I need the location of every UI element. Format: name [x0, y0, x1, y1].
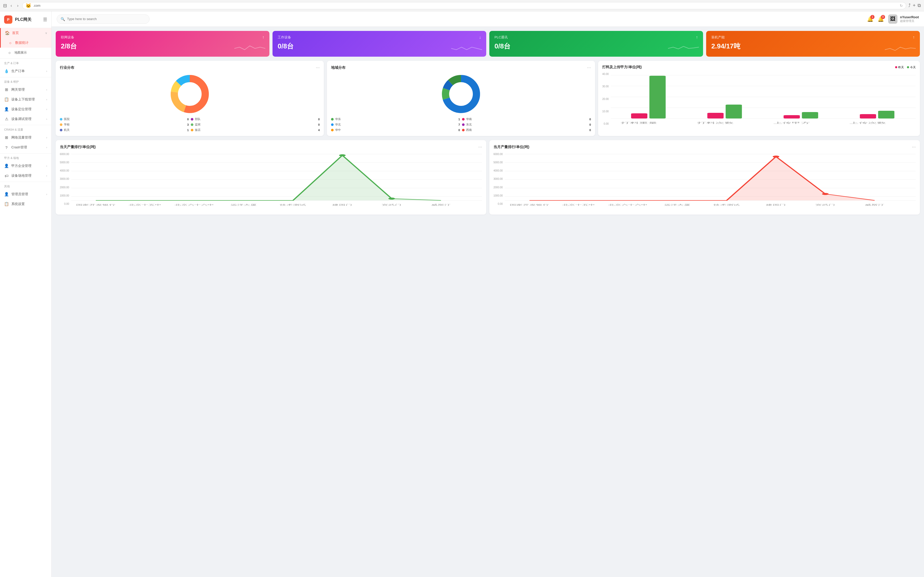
chevron-right-icon-dd: ›	[46, 118, 47, 121]
logo-icon: P	[4, 15, 12, 24]
legend-dot-east	[331, 118, 334, 121]
y-label-0: 0.00	[602, 122, 609, 125]
svg-text:建国门: 建国门	[766, 204, 786, 206]
user-info[interactable]: 🖼 nYuserRoot 超级管理员	[888, 15, 919, 24]
wave-chart-plc	[668, 43, 699, 55]
divider-1	[0, 58, 51, 59]
industry-chart-card: 行业分布 ···	[56, 61, 324, 136]
sidebar-item-device-debug[interactable]: ⚠ 设备调试管理 ›	[0, 114, 51, 124]
grid-icon-2: ⊞	[4, 135, 9, 140]
stat-card-working: 工作设备 ↓ 0/8台	[273, 31, 486, 56]
user-details: nYuserRoot 超级管理员	[900, 15, 919, 23]
legend-hospital: 医院 0	[60, 117, 189, 121]
monthly-chart-header: 当月产量排行/单位(吨) ···	[493, 144, 916, 150]
legend-prison: 监狱 0	[191, 122, 320, 126]
region-more-btn[interactable]: ···	[587, 65, 591, 70]
svg-text:北京六十六中: 北京六十六中	[608, 204, 648, 206]
daily-chart-card: 当天产量排行/单位(吨) ··· 6000.00 5000.00 4000.00…	[56, 140, 486, 214]
sidebar-label-admin: 管理员管理	[11, 192, 44, 197]
sidebar-item-data-stats[interactable]: ○ 数据统计	[0, 38, 51, 48]
bar-chart-card: 打料及上传甲方/单位(吨) 昨天 今天	[598, 61, 920, 136]
legend-dot-govt	[60, 129, 62, 131]
daily-y-5000: 5000.00	[60, 161, 69, 164]
monthly-chart-body: 6000.00 5000.00 4000.00 3000.00 2000.00 …	[493, 153, 916, 210]
copy-icon[interactable]: ⧉	[918, 3, 921, 8]
chevron-right-icon-adm: ›	[46, 193, 47, 196]
svg-text:上传甲方: 上传甲方	[774, 122, 810, 124]
legend-central: 华中 0	[331, 128, 460, 132]
header: 🔍 🔔 1 🔔 8 🖼 nYuserRoot 超级管理员	[52, 11, 924, 27]
sidebar-item-device-location[interactable]: 👤 设备定位管理 ›	[0, 104, 51, 114]
sidebar-item-site[interactable]: 🏷 设备场地管理 ›	[0, 171, 51, 181]
daily-y-6000: 6000.00	[60, 153, 69, 156]
new-tab-icon[interactable]: +	[913, 3, 916, 8]
svg-text:北京十五中: 北京十五中	[129, 204, 162, 206]
notification-badge-2: 8	[881, 15, 885, 19]
sidebar-item-gateway[interactable]: ⊞ 网关管理 ›	[0, 85, 51, 95]
monthly-chart-title: 当月产量排行/单位(吨)	[493, 145, 529, 150]
svg-marker-34	[96, 155, 441, 200]
notification-bell-2[interactable]: 🔔 8	[877, 16, 884, 22]
legend-yesterday: 昨天	[895, 65, 904, 69]
y-label-30: 30.00	[602, 85, 609, 88]
forward-button[interactable]: ›	[16, 2, 20, 9]
svg-text:国家开发银行: 国家开发银行	[510, 204, 549, 206]
sidebar-toggle-browser[interactable]: ⊟	[3, 3, 7, 8]
section-label-equipment: 设备 & 维护	[0, 78, 51, 85]
search-bar-container: 🔍	[57, 15, 150, 24]
sidebar-item-device-online[interactable]: 📋 设备上下线管理 ›	[0, 95, 51, 104]
monthly-more-btn[interactable]: ···	[912, 144, 916, 150]
sidebar-item-production[interactable]: 💧 生产订单 ›	[0, 66, 51, 76]
trend-up-icon-2: ↑	[696, 35, 698, 40]
sidebar-item-home[interactable]: 🏠 首页 ∨	[0, 28, 51, 38]
daily-more-btn[interactable]: ···	[478, 144, 482, 150]
refresh-btn[interactable]: ↻	[900, 3, 903, 8]
industry-more-btn[interactable]: ···	[316, 65, 320, 70]
svg-text:远洋大厦: 远洋大厦	[231, 204, 257, 206]
doc-icon: 📋	[4, 97, 9, 102]
chevron-right-icon-cr: ›	[46, 146, 47, 149]
legend-school: 学校 3	[60, 122, 189, 126]
svg-text:技术测试: 技术测试	[713, 204, 740, 206]
sidebar-item-sys-settings[interactable]: 📋 系统设置	[0, 199, 51, 209]
legend-today: 今天	[907, 65, 916, 69]
notification-bell-1[interactable]: 🔔 1	[867, 16, 874, 22]
industry-donut	[60, 73, 320, 114]
water-icon: 💧	[4, 69, 9, 73]
legend-govt: 机关 1	[60, 128, 189, 132]
legend-dot-school	[60, 123, 62, 126]
sidebar-logo: P PLC网关 ☰	[0, 11, 51, 28]
svg-point-53	[773, 156, 779, 158]
sidebar-label-device-online: 设备上下线管理	[11, 97, 44, 102]
monthly-chart-area: 国家开发银行 北京十五中 北京六十六中 远洋大厦 技术测试 建国门 宣武门 威斯…	[505, 153, 916, 210]
daily-chart-body: 6000.00 5000.00 4000.00 3000.00 2000.00 …	[60, 153, 482, 210]
region-chart-card: 地域分布 ···	[327, 61, 595, 136]
stat-title-plc: PLC通讯 ↑	[494, 35, 698, 40]
question-icon: ?	[4, 145, 9, 150]
share-icon[interactable]: ⤴	[908, 3, 911, 8]
chevron-right-icon-nf: ›	[46, 136, 47, 139]
search-input[interactable]	[67, 17, 146, 21]
svg-rect-20	[802, 112, 818, 118]
main-content: 联网设备 ↑ 2/8台 工作设备 ↓ 0/8台	[52, 27, 924, 577]
sidebar-item-crash[interactable]: ? Crash管理 ›	[0, 142, 51, 152]
sidebar-label-site: 设备场地管理	[11, 173, 44, 178]
url-display: .com	[33, 3, 40, 8]
sidebar-item-network-flow[interactable]: ⊞ 网络流量管理 ›	[0, 133, 51, 142]
hamburger-menu-icon[interactable]: ☰	[43, 17, 47, 23]
sidebar-item-admin[interactable]: 👤 管理员管理 ›	[0, 189, 51, 199]
y-label-20: 20.00	[602, 98, 609, 100]
daily-chart-area: 国家开发银行 北京十五中 北京六十六中 远洋大厦 技术测试 建国门 宣武门 威斯…	[71, 153, 482, 210]
stat-value-online: 2/8台	[61, 42, 264, 51]
sidebar-label-sys-settings: 系统设置	[11, 202, 47, 206]
legend-label-yesterday: 昨天	[898, 65, 904, 69]
grid-icon: ⊞	[4, 87, 9, 92]
monthly-y-1000: 1000.00	[493, 194, 503, 197]
address-bar[interactable]: 🐱 .com ↻	[22, 2, 906, 9]
svg-text:上传次数: 上传次数	[850, 122, 886, 124]
sidebar-item-enterprise[interactable]: 👤 甲方企业管理 ›	[0, 161, 51, 171]
back-button[interactable]: ‹	[9, 2, 13, 9]
sidebar-item-map-view[interactable]: ○ 地图展示	[0, 48, 51, 58]
daily-y-axis: 6000.00 5000.00 4000.00 3000.00 2000.00 …	[60, 153, 69, 210]
monthly-y-6000: 6000.00	[493, 153, 503, 156]
